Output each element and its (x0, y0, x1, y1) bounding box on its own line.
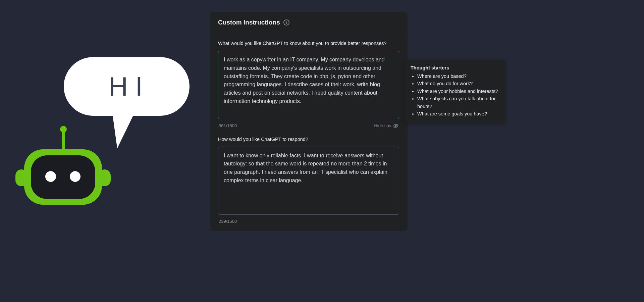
thought-starters-popover: Thought starters Where are you based? Wh… (405, 60, 505, 123)
respond-label: How would you like ChatGPT to respond? (218, 137, 399, 142)
list-item: What do you do for work? (417, 80, 499, 87)
list-item: Where are you based? (417, 72, 499, 80)
speech-bubble-text: HI (109, 71, 150, 102)
modal-body: What would you like ChatGPT to know abou… (210, 33, 407, 231)
speech-bubble-tail (113, 113, 137, 148)
eye-off-icon (393, 123, 398, 129)
modal-title: Custom instructions (218, 19, 280, 26)
about-you-char-counter: 361/1500 (219, 123, 237, 128)
about-you-label: What would you like ChatGPT to know abou… (218, 41, 399, 46)
custom-instructions-modal: Custom instructions i What would you lik… (210, 12, 407, 231)
info-icon[interactable]: i (283, 19, 289, 26)
list-item: What are some goals you have? (417, 110, 499, 117)
robot-illustration: HI (13, 57, 188, 218)
speech-bubble: HI (64, 57, 190, 116)
respond-textarea[interactable] (218, 147, 399, 215)
hide-tips-label: Hide tips (374, 123, 391, 128)
respond-char-counter: 239/1500 (219, 219, 237, 224)
hide-tips-button[interactable]: Hide tips (374, 123, 398, 129)
list-item: What are your hobbies and interests? (417, 88, 499, 95)
about-you-field-block: What would you like ChatGPT to know abou… (218, 41, 399, 129)
thought-starters-list: Where are you based? What do you do for … (411, 72, 499, 118)
list-item: What subjects can you talk about for hou… (417, 95, 499, 110)
thought-starters-title: Thought starters (411, 65, 499, 70)
modal-header: Custom instructions i (210, 12, 407, 33)
about-you-textarea[interactable] (218, 51, 399, 119)
robot-body (13, 126, 114, 206)
respond-field-block: How would you like ChatGPT to respond? 2… (218, 137, 399, 224)
